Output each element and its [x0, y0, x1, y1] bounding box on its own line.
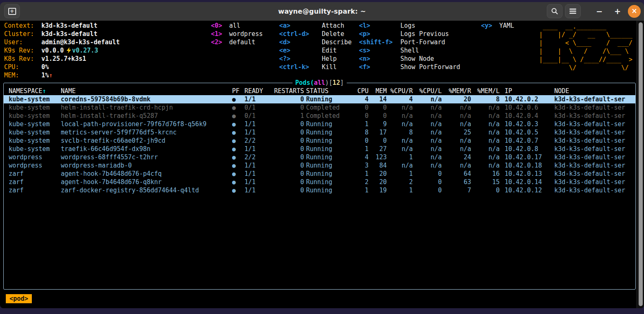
table-row[interactable]: kube-systemcoredns-597584b69b-8vdmk●1/10…: [4, 95, 635, 103]
hotkey-label: Show PortForward: [400, 63, 460, 71]
table-cell: 10.42.0.7: [500, 137, 548, 145]
table-cell: 0: [271, 145, 306, 153]
table-row[interactable]: zarfzarf-docker-registry-856dd74644-q4lt…: [4, 186, 635, 194]
table-cell: 4: [352, 95, 369, 103]
table-cell: 0: [271, 178, 306, 186]
hotkey-key: <2>: [211, 38, 229, 46]
hotkey-label: Logs Previous: [400, 30, 449, 38]
hotkey-row: <l>Logs: [359, 22, 460, 30]
new-tab-button[interactable]: +: [4, 4, 20, 18]
table-cell: 0/1: [244, 112, 271, 120]
hotkey-row: <2>default: [211, 38, 263, 46]
cluster-info-label: K8s Rev:: [4, 55, 41, 63]
cluster-info-label: CPU:: [4, 63, 41, 71]
hotkey-label: Port-Forward: [400, 38, 445, 46]
hotkey-label: Delete: [322, 30, 344, 38]
table-cell: 2: [352, 178, 369, 186]
hotkey-key: <ctrl-d>: [279, 30, 322, 38]
table-cell: n/a: [387, 112, 413, 120]
action-hotkeys-col1: <a>Attach<ctrl-d>Delete<d>Describe<e>Edi…: [279, 22, 352, 71]
cluster-info-row: User:admin@k3d-k3s-default: [4, 38, 120, 46]
table-row[interactable]: kube-systemhelm-install-traefik-q5287●0/…: [4, 112, 635, 120]
hotkey-key: <n>: [359, 55, 400, 63]
cluster-info: Context:k3d-k3s-defaultCluster:k3d-k3s-d…: [4, 22, 120, 79]
maximize-button[interactable]: +: [610, 4, 625, 18]
hotkey-label: all: [229, 22, 240, 29]
hamburger-menu-icon: [569, 8, 577, 14]
table-cell: 20: [442, 95, 471, 103]
search-button[interactable]: [547, 4, 563, 18]
hotkey-key: <0>: [211, 22, 229, 30]
cluster-info-row: Context:k3d-k3s-default: [4, 22, 120, 30]
table-cell: 2/2: [244, 137, 271, 145]
table-cell: traefik-66c46d954f-dx98n: [61, 145, 232, 153]
table-cell: Completed: [306, 112, 352, 120]
cluster-info-label: Context:: [4, 22, 41, 30]
table-cell: 0: [271, 161, 306, 170]
table-cell: n/a: [387, 120, 413, 128]
table-cell: 1/1: [244, 170, 271, 178]
table-cell: 0: [271, 186, 306, 194]
hotkey-label: Edit: [322, 47, 337, 54]
table-cell: 10.42.0.6: [500, 103, 548, 112]
minimize-button[interactable]: −: [591, 4, 607, 18]
scrollbar-track[interactable]: [637, 21, 644, 308]
table-cell: kube-system: [4, 95, 61, 103]
table-cell: 1: [352, 145, 369, 153]
table-cell: Running: [306, 128, 352, 137]
pf-status-dot-icon: ●: [232, 153, 244, 161]
table-cell: 0: [413, 178, 442, 186]
pf-status-dot-icon: ●: [232, 120, 244, 128]
hotkey-row: <n>Show Node: [359, 55, 460, 63]
table-cell: 10.42.0.13: [500, 170, 548, 178]
table-cell: 1/1: [244, 128, 271, 137]
table-cell: 10.42.0.17: [500, 153, 548, 161]
hotkey-label: Logs: [400, 22, 415, 29]
table-cell: k3d-k3s-default-ser: [548, 153, 635, 161]
table-row[interactable]: wordpresswordpress-mariadb-0●1/10Running…: [4, 161, 635, 170]
table-cell: 8: [387, 128, 413, 137]
menu-button[interactable]: [565, 4, 581, 18]
table-cell: n/a: [471, 137, 500, 145]
table-cell: 0: [369, 103, 387, 112]
cluster-info-value: k3d-k3s-default: [41, 22, 97, 29]
table-cell: k3d-k3s-default-ser: [548, 120, 635, 128]
table-cell: 16: [471, 170, 500, 178]
table-row[interactable]: kube-systemsvclb-traefik-c66ae0f2-jh9cd●…: [4, 137, 635, 145]
k9s-logo: ____ __.________ | |/ _/ __ \______ | < …: [539, 22, 632, 72]
table-cell: 4: [352, 153, 369, 161]
table-cell: Running: [306, 178, 352, 186]
table-row[interactable]: kube-systemlocal-path-provisioner-79f67d…: [4, 120, 635, 128]
table-row[interactable]: wordpresswordpress-68fff4557c-t2hrr●2/20…: [4, 153, 635, 161]
table-cell: 0: [413, 170, 442, 178]
table-row[interactable]: kube-systemmetrics-server-5f9f776df5-krc…: [4, 128, 635, 137]
column-header: %MEM/R: [442, 87, 471, 95]
close-button[interactable]: ×: [628, 5, 641, 18]
table-header-row: NAMESPACE↑NAMEPFREADYRESTARTSSTATUSCPUME…: [4, 87, 635, 95]
table-row[interactable]: zarfagent-hook-7b4648d676-p4cfq●1/10Runn…: [4, 170, 635, 178]
table-cell: k3d-k3s-default-ser: [548, 112, 635, 120]
table-cell: n/a: [471, 112, 500, 120]
hotkey-key: <1>: [211, 30, 229, 38]
scrollbar-thumb[interactable]: [639, 22, 643, 306]
table-row[interactable]: kube-systemhelm-install-traefik-crd-hcpj…: [4, 103, 635, 112]
column-header: CPU: [352, 87, 369, 95]
table-cell: n/a: [471, 120, 500, 128]
table-row[interactable]: kube-systemtraefik-66c46d954f-dx98n●1/10…: [4, 145, 635, 153]
table-row[interactable]: zarfagent-hook-7b4648d676-q8knr●1/10Runn…: [4, 178, 635, 186]
cluster-info-row: K8s Rev:v1.25.7+k3s1: [4, 55, 120, 63]
cluster-info-label: K9s Rev:: [4, 46, 41, 55]
table-cell: Running: [306, 137, 352, 145]
cluster-info-row: K9s Rev:v0.0.0v0.27.3: [4, 46, 120, 55]
pf-status-dot-icon: ●: [232, 95, 244, 103]
column-header: NAME: [61, 87, 232, 95]
table-cell: n/a: [471, 128, 500, 137]
table-cell: n/a: [387, 161, 413, 170]
table-cell: k3d-k3s-default-ser: [548, 128, 635, 137]
table-cell: 1: [271, 112, 306, 120]
table-cell: n/a: [413, 128, 442, 137]
table-cell: k3d-k3s-default-ser: [548, 145, 635, 153]
table-cell: k3d-k3s-default-ser: [548, 137, 635, 145]
table-cell: 0: [352, 112, 369, 120]
table-cell: wordpress: [4, 161, 61, 170]
